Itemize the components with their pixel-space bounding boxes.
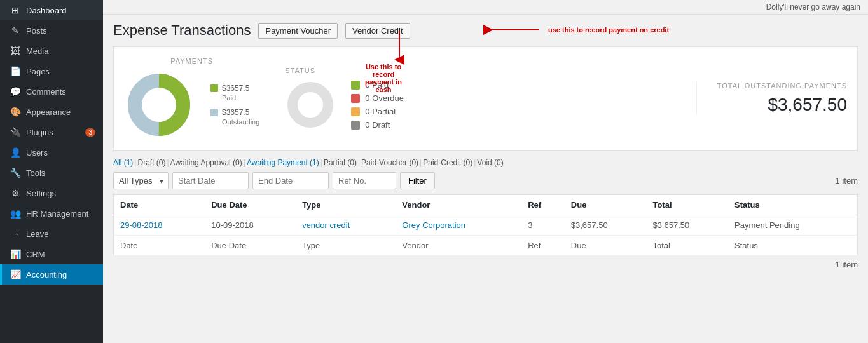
status-section: STATUS 0 Paid 0 Overdue (259, 67, 696, 130)
sidebar-item-crm[interactable]: 📊 CRM (0, 244, 103, 264)
cell-status: Payment Pending (728, 215, 857, 236)
sidebar-item-plugins[interactable]: 🔌 Plugins 3 (0, 122, 103, 142)
comments-icon: 💬 (10, 86, 21, 97)
plugins-icon: 🔌 (10, 127, 21, 137)
sidebar-item-label: Dashboard (26, 6, 67, 15)
cell-due: $3,657.50 (565, 215, 647, 236)
pages-icon: 📄 (10, 66, 21, 76)
filter-button[interactable]: Filter (400, 172, 435, 189)
sidebar-item-media[interactable]: 🖼 Media (0, 41, 103, 61)
footer-status: Status (728, 236, 857, 256)
sidebar-item-dashboard[interactable]: ⊞ Dashboard (0, 0, 103, 20)
filter-tab-void: Void (0) (477, 158, 503, 167)
sidebar-item-label: Appearance (26, 107, 71, 117)
status-overdue-count: 0 Overdue (365, 93, 404, 103)
start-date-input[interactable] (172, 172, 249, 189)
donut-chart (124, 70, 194, 140)
sidebar-item-label: Tools (26, 168, 45, 178)
filter-tab-paid-voucher: Paid-Voucher (0) (361, 158, 418, 167)
user-message: Dolly'll never go away again (766, 3, 860, 11)
summary-panel: PAYMENTS (113, 46, 858, 151)
overdue-dot (351, 94, 360, 103)
date-link[interactable]: 29-08-2018 (120, 220, 163, 230)
vendor-credit-button[interactable]: Vendor Credit (345, 23, 410, 39)
sidebar-item-label: Plugins (26, 128, 53, 137)
page-header-container: Expense Transactions Payment Voucher Ven… (113, 22, 858, 39)
appearance-icon: 🎨 (10, 107, 21, 117)
status-draft: 0 Draft (351, 120, 404, 130)
page-header: Expense Transactions Payment Voucher Ven… (113, 22, 858, 39)
crm-icon: 📊 (10, 249, 21, 259)
status-paid-count: 0 Paid (365, 80, 389, 90)
cell-date: 29-08-2018 (114, 215, 205, 236)
sidebar-item-label: Posts (26, 26, 47, 36)
svg-point-4 (142, 88, 176, 121)
sidebar-item-posts[interactable]: ✎ Posts (0, 20, 103, 41)
sidebar-item-label: HR Management (26, 209, 88, 219)
status-paid: 0 Paid (351, 80, 404, 90)
sidebar-item-hr[interactable]: 👥 HR Management (0, 203, 103, 224)
sidebar-item-settings[interactable]: ⚙ Settings (0, 183, 103, 203)
payment-voucher-button[interactable]: Payment Voucher (258, 23, 338, 39)
page-title: Expense Transactions (113, 22, 251, 39)
plugins-badge: 3 (85, 128, 95, 137)
sidebar-item-appearance[interactable]: 🎨 Appearance (0, 102, 103, 122)
footer-type: Type (296, 236, 396, 256)
dashboard-icon: ⊞ (10, 5, 21, 15)
filter-tab-draft: Draft (0) (137, 158, 165, 167)
footer-total: Total (646, 236, 728, 256)
sidebar-item-accounting[interactable]: 📈 Accounting (0, 264, 103, 285)
users-icon: 👤 (10, 147, 21, 158)
main-content: Dolly'll never go away again Expense Tra… (103, 0, 868, 343)
draft-dot (351, 121, 360, 130)
payments-label: PAYMENTS (170, 57, 213, 65)
status-items: 0 Paid 0 Overdue 0 Partial 0 Draft (351, 80, 404, 130)
vendor-link[interactable]: Grey Corporation (402, 220, 465, 230)
paid-amount: $3657.5 (222, 84, 249, 93)
footer-due-date: Due Date (205, 236, 296, 256)
content-area: Expense Transactions Payment Voucher Ven… (103, 15, 868, 343)
payments-section: PAYMENTS (124, 57, 259, 140)
sidebar-item-users[interactable]: 👤 Users (0, 142, 103, 163)
sidebar-item-pages[interactable]: 📄 Pages (0, 61, 103, 81)
col-ref: Ref (521, 195, 565, 215)
sidebar-item-leave[interactable]: → Leave (0, 224, 103, 244)
cell-type: vendor credit (296, 215, 396, 236)
media-icon: 🖼 (10, 46, 21, 56)
partial-dot (351, 107, 360, 116)
sidebar-item-label: Accounting (26, 270, 67, 279)
sidebar: ⊞ Dashboard ✎ Posts 🖼 Media 📄 Pages 💬 Co… (0, 0, 103, 343)
total-section: TOTAL OUTSTANDING PAYMENTS $3,657.50 (696, 82, 847, 115)
sidebar-item-tools[interactable]: 🔧 Tools (0, 163, 103, 183)
outstanding-sublabel: Outstanding (222, 118, 259, 126)
cell-ref: 3 (521, 215, 565, 236)
col-date: Date (114, 195, 205, 215)
col-total: Total (646, 195, 728, 215)
footer-vendor: Vendor (396, 236, 521, 256)
type-select[interactable]: All Types (113, 172, 169, 189)
end-date-input[interactable] (252, 172, 329, 189)
footer-due: Due (565, 236, 647, 256)
donut-svg (124, 70, 194, 140)
outstanding-color-swatch (210, 109, 218, 116)
status-overdue: 0 Overdue (351, 93, 404, 103)
topbar: Dolly'll never go away again (103, 0, 868, 15)
leave-icon: → (10, 229, 21, 239)
legend-outstanding: $3657.5 (210, 108, 259, 117)
filter-tab-all[interactable]: All (1) (113, 158, 133, 167)
item-count: 1 item (836, 176, 858, 185)
sidebar-item-label: Pages (26, 67, 50, 76)
filter-tab-awaiting-payment[interactable]: Awaiting Payment (1) (247, 158, 319, 167)
total-label: TOTAL OUTSTANDING PAYMENTS (717, 82, 847, 90)
col-due: Due (565, 195, 647, 215)
status-draft-count: 0 Draft (365, 120, 390, 130)
sidebar-item-label: Media (26, 46, 48, 56)
cell-vendor: Grey Corporation (396, 215, 521, 236)
type-link[interactable]: vendor credit (302, 220, 350, 230)
tools-icon: 🔧 (10, 168, 21, 178)
hr-icon: 👥 (10, 208, 21, 219)
ref-input[interactable] (333, 172, 396, 189)
sidebar-item-comments[interactable]: 💬 Comments (0, 81, 103, 102)
type-select-wrap: All Types ▼ (113, 172, 169, 189)
accounting-icon: 📈 (10, 269, 21, 279)
